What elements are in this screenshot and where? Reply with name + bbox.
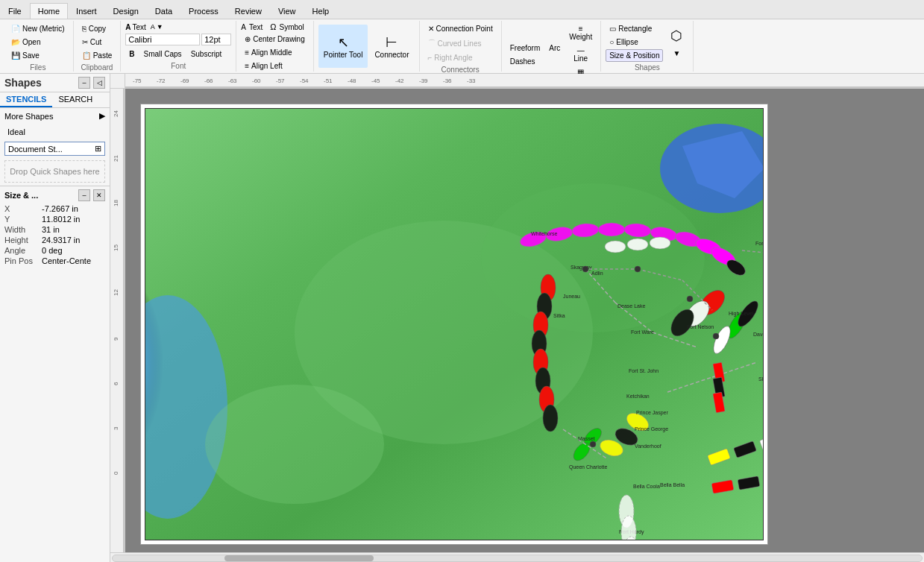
y-value: 11.8012 in bbox=[42, 215, 80, 224]
font-name-input[interactable] bbox=[125, 34, 200, 45]
center-drawing-button[interactable]: ⊕ Center Drawing bbox=[241, 33, 308, 45]
svg-rect-0 bbox=[125, 74, 924, 88]
weight-button[interactable]: ≡ Weight bbox=[565, 22, 596, 43]
tab-stencils[interactable]: STENCILS bbox=[0, 92, 52, 107]
drawing-canvas[interactable]: Whitehorse Skagway Adlin Juneau Sitka De… bbox=[145, 108, 764, 540]
line-icon: — bbox=[577, 46, 585, 54]
ribbon-content: 📄 New (Metric) 📂 Open 💾 Save Files bbox=[0, 19, 924, 73]
text-group: A Text Ω Symbol ⊕ Center Drawing ≡ Align… bbox=[236, 21, 313, 72]
save-button[interactable]: 💾 Save bbox=[7, 49, 69, 62]
x-row: X -7.2667 in bbox=[4, 204, 105, 213]
more-shapes-arrow: ▶ bbox=[99, 111, 105, 121]
font-size-input[interactable] bbox=[201, 34, 231, 45]
svg-text:Fort Ward: Fort Ward bbox=[755, 241, 764, 246]
lines-group: Freeform Arc Dashes ≡ Weight bbox=[502, 21, 602, 72]
svg-text:0: 0 bbox=[113, 471, 119, 475]
document-stencil-item[interactable]: Document St... ⊞ bbox=[4, 142, 105, 156]
svg-text:Prince George: Prince George bbox=[635, 426, 668, 432]
bold-button[interactable]: B bbox=[125, 48, 138, 60]
pointer-group: ↖ Pointer Tool ⊢ Connector bbox=[314, 21, 420, 72]
font-label: Font bbox=[125, 60, 231, 70]
sidebar-header: Shapes – ◁ bbox=[0, 74, 110, 92]
svg-text:3: 3 bbox=[113, 426, 119, 430]
small-caps-button[interactable]: Small Caps bbox=[139, 48, 185, 60]
new-icon: 📄 bbox=[11, 25, 20, 33]
svg-text:High Level: High Level bbox=[729, 311, 754, 317]
svg-text:-36: -36 bbox=[443, 78, 452, 84]
ribbon-tabs: File Home Insert Design Data Process Rev… bbox=[0, 0, 924, 19]
align-left-button[interactable]: ≡ Align Left bbox=[241, 60, 308, 72]
sidebar-controls: – ◁ bbox=[78, 77, 105, 89]
pointer-group-content: ↖ Pointer Tool ⊢ Connector bbox=[318, 22, 415, 70]
dashes-button[interactable]: Dashes bbox=[506, 55, 565, 68]
tab-review[interactable]: Review bbox=[227, 3, 270, 19]
size-panel-controls: – ✕ bbox=[78, 189, 105, 201]
tab-home[interactable]: Home bbox=[30, 3, 68, 19]
shape-dropdown-button[interactable]: ▼ bbox=[664, 47, 688, 60]
arc-button[interactable]: Arc bbox=[545, 42, 564, 54]
size-position-button[interactable]: Size & Position bbox=[606, 49, 663, 62]
connector-button[interactable]: ⊢ Connector bbox=[369, 25, 414, 68]
text-icon-font: A bbox=[125, 23, 131, 31]
y-label: Y bbox=[4, 215, 42, 224]
subscript-button[interactable]: Subscript bbox=[187, 48, 226, 60]
tab-search[interactable]: SEARCH bbox=[52, 92, 98, 107]
tab-file[interactable]: File bbox=[0, 3, 30, 19]
open-button[interactable]: 📂 Open bbox=[7, 36, 69, 48]
svg-text:Sitka: Sitka bbox=[553, 313, 565, 318]
tab-process[interactable]: Process bbox=[180, 3, 227, 19]
right-angle-icon: ⌐ bbox=[428, 54, 433, 62]
svg-text:Whitehorse: Whitehorse bbox=[531, 231, 558, 236]
connector-icon: ⊢ bbox=[386, 34, 397, 51]
paste-button[interactable]: 📋 Paste bbox=[78, 49, 116, 62]
more-shapes-ribbon-button[interactable]: ⬡ bbox=[664, 25, 688, 46]
save-icon: 💾 bbox=[11, 51, 20, 60]
svg-text:-75: -75 bbox=[133, 78, 142, 84]
tab-view[interactable]: View bbox=[270, 3, 304, 19]
svg-point-43 bbox=[605, 241, 626, 253]
svg-text:Fort Ware: Fort Ware bbox=[631, 329, 654, 335]
scrollbar-track[interactable] bbox=[112, 555, 923, 562]
tab-data[interactable]: Data bbox=[147, 3, 180, 19]
files-group: 📄 New (Metric) 📂 Open 💾 Save Files bbox=[3, 21, 74, 72]
right-angle-button[interactable]: ⌐ Right Angle bbox=[424, 51, 497, 64]
tab-help[interactable]: Help bbox=[304, 3, 338, 19]
tab-design[interactable]: Design bbox=[105, 3, 147, 19]
files-col: 📄 New (Metric) 📂 Open 💾 Save bbox=[7, 22, 69, 62]
horizontal-scrollbar[interactable] bbox=[110, 552, 924, 562]
ideal-shape-item[interactable]: Ideal bbox=[4, 125, 105, 139]
svg-point-39 bbox=[598, 223, 625, 236]
svg-point-152 bbox=[713, 333, 719, 339]
x-value: -7.2667 in bbox=[42, 204, 78, 213]
rectangle-button[interactable]: ▭ Rectangle bbox=[606, 22, 663, 35]
pointer-tool-button[interactable]: ↖ Pointer Tool bbox=[318, 25, 368, 68]
size-panel-minimize[interactable]: – bbox=[78, 189, 90, 201]
line-button[interactable]: — Line bbox=[565, 44, 596, 65]
curved-lines-button[interactable]: ⌒ Curved Lines bbox=[424, 36, 497, 51]
svg-text:Dease Lake: Dease Lake bbox=[617, 303, 645, 309]
copy-button[interactable]: ⎘ Copy bbox=[78, 22, 116, 35]
center-drawing-icon: ⊕ bbox=[245, 35, 251, 43]
canvas-scroll[interactable]: Whitehorse Skagway Adlin Juneau Sitka De… bbox=[125, 89, 924, 552]
shapes-label: Shapes bbox=[606, 62, 688, 72]
pin-pos-label: Pin Pos bbox=[4, 256, 42, 265]
ellipse-button[interactable]: ○ Ellipse bbox=[606, 36, 663, 48]
tab-insert[interactable]: Insert bbox=[68, 3, 105, 19]
sidebar: Shapes – ◁ STENCILS SEARCH More Shapes ▶… bbox=[0, 74, 110, 562]
svg-point-45 bbox=[650, 237, 670, 249]
cut-button[interactable]: ✂ Cut bbox=[78, 36, 116, 48]
map-svg: Whitehorse Skagway Adlin Juneau Sitka De… bbox=[145, 109, 764, 540]
more-shapes-button[interactable]: More Shapes ▶ bbox=[0, 108, 110, 124]
new-button[interactable]: 📄 New (Metric) bbox=[7, 22, 69, 35]
scrollbar-thumb[interactable] bbox=[224, 555, 374, 561]
freeform-button[interactable]: Freeform bbox=[506, 42, 544, 54]
svg-point-149 bbox=[582, 266, 588, 272]
sidebar-minimize-button[interactable]: – bbox=[78, 77, 90, 89]
connection-point-button[interactable]: ✕ Connection Point bbox=[424, 22, 497, 35]
height-value: 24.9317 in bbox=[42, 236, 80, 244]
size-panel-close[interactable]: ✕ bbox=[93, 189, 105, 201]
sidebar-close-button[interactable]: ◁ bbox=[93, 77, 105, 89]
svg-text:Adlin: Adlin bbox=[591, 271, 603, 276]
page-container: Whitehorse Skagway Adlin Juneau Sitka De… bbox=[140, 104, 768, 545]
align-middle-button[interactable]: ≡ Align Middle bbox=[241, 46, 308, 59]
